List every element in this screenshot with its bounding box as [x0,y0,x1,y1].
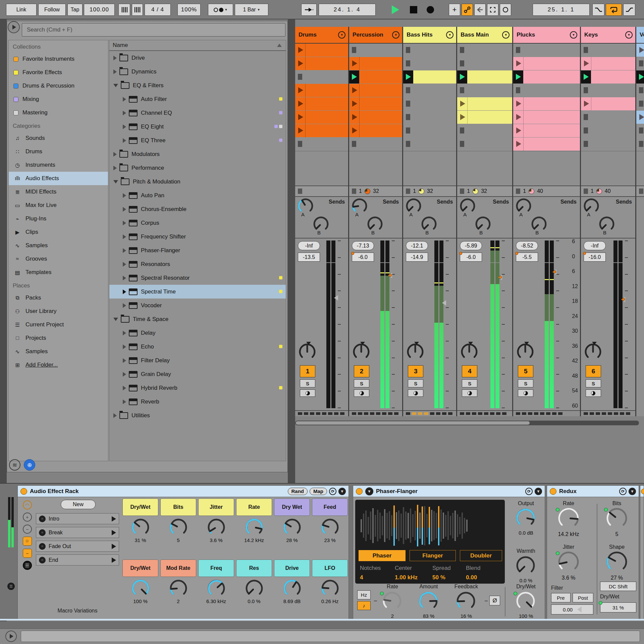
fader-handle[interactable] [331,295,338,301]
rate-knob[interactable] [557,507,580,531]
tree-item-resonators[interactable]: Resonators [109,257,286,271]
clip-play-icon[interactable] [352,114,357,120]
clip-slot[interactable] [513,57,580,70]
variation-camera-icon[interactable]: ⌾ [23,537,32,546]
sidebar-item-instruments[interactable]: ◷Instruments [9,158,108,172]
param-spread-value[interactable]: 50 % [432,574,445,581]
send-a-knob[interactable] [297,198,314,216]
tree-item-eq-eight[interactable]: EQ Eight [109,120,286,133]
volume-field[interactable]: -16.0 [584,253,606,262]
clip-slot[interactable] [295,44,348,57]
sidebar-item-max-for-live[interactable]: ▭Max for Live [9,199,108,212]
tree-item-delay[interactable]: Delay [109,326,286,340]
phase-invert-button[interactable]: Ø [489,596,500,605]
browser-session-divider[interactable] [288,19,295,483]
stop-button[interactable] [410,6,417,13]
clip-playing-icon[interactable] [584,74,589,80]
tree-item-auto-filter[interactable]: Auto Filter [109,92,286,106]
clip-stop-icon[interactable] [584,141,588,147]
track-header[interactable]: Percussion▼ [349,27,402,44]
search-input[interactable] [22,23,285,37]
clip-stop-icon[interactable] [460,47,464,53]
tree-item-drive[interactable]: Drive [109,51,286,65]
collapse-arrow-icon[interactable] [113,180,118,183]
macro-knob[interactable] [312,579,348,598]
clip-slot[interactable] [513,97,580,110]
track-record-button[interactable] [462,389,477,397]
chain-variation-icon[interactable]: ⌾ [39,543,46,550]
device-activator-led[interactable] [356,488,363,495]
clip-stop-icon[interactable] [584,87,588,93]
follow-button[interactable]: Follow [38,4,66,16]
expand-arrow-icon[interactable] [123,248,126,253]
macro-knob[interactable] [160,518,196,537]
clip-stop-icon[interactable] [460,87,464,93]
filter-pre-button[interactable]: Pre [551,593,571,602]
peak-level-display[interactable]: -Inf [584,241,606,250]
clip-slot[interactable] [403,97,456,110]
tree-item-phaser-flanger[interactable]: Phaser-Flanger [109,244,286,257]
tree-item-spectral-resonator[interactable]: Spectral Resonator [109,271,286,285]
nudge-up-button[interactable] [132,4,143,16]
tree-item-hybrid-reverb[interactable]: Hybrid Reverb [109,381,286,395]
chain-row-fade-out[interactable]: ⌾Fade Out [36,541,119,552]
track-header[interactable]: Bass Main▼ [457,27,512,44]
chain-variation-icon[interactable]: ⌾ [39,557,46,564]
clip-slot[interactable] [295,57,348,70]
clip-play-icon[interactable] [516,60,521,66]
clip-slot[interactable] [349,70,402,84]
clip-play-icon[interactable] [298,127,303,133]
expand-arrow-icon[interactable] [113,152,117,157]
clip-stop-icon[interactable] [352,141,356,147]
clip-play-icon[interactable] [298,114,303,120]
clip-play-icon[interactable] [516,141,521,147]
track-number-button[interactable]: 5 [518,365,533,377]
track-number-button[interactable]: 3 [408,365,423,377]
track-number-button[interactable]: 1 [300,365,315,377]
device-title-bar[interactable]: ▼ Phaser-Flanger ⟳ ▼ [353,485,545,497]
expand-arrow-icon[interactable] [113,56,117,60]
session-record-link-button[interactable] [462,4,473,16]
macro-knob[interactable] [122,518,158,537]
send-a-knob[interactable] [515,198,532,216]
track-number-button[interactable]: 2 [354,365,369,377]
clip-play-icon[interactable] [298,47,303,53]
empty-scene-area[interactable] [403,151,456,185]
clip-play-icon[interactable] [639,114,644,120]
track-record-button[interactable] [300,389,315,397]
clip-play-icon[interactable] [460,114,465,120]
device-list-icon[interactable]: ☰ [7,583,15,590]
clip-stop-icon[interactable] [584,47,588,53]
send-b-knob[interactable] [598,216,615,234]
solo-button[interactable]: S [354,379,369,387]
send-b-knob[interactable] [367,216,383,234]
dry-wet-field[interactable]: 31 % [600,602,636,612]
dry-wet-knob[interactable] [516,591,536,612]
hot-swap-icon[interactable]: ⟳ [619,488,627,495]
solo-button[interactable]: S [518,379,533,387]
expand-arrow-icon[interactable] [123,124,126,129]
clip-stop-icon[interactable] [516,87,520,93]
chain-row-break[interactable]: ⌾Break [36,527,119,538]
online-globe-icon[interactable]: ⊕ [24,459,35,471]
macro-knob[interactable] [198,518,234,537]
tree-item-auto-pan[interactable]: Auto Pan [109,189,286,202]
dc-shift-button[interactable]: DC Shift [600,582,636,591]
pan-knob[interactable] [299,343,316,362]
clip-slot[interactable] [513,111,580,124]
clip-slot[interactable] [457,97,512,110]
track-dropdown-icon[interactable]: ▼ [392,31,399,39]
solo-button[interactable]: S [300,379,315,387]
clip-slot[interactable] [513,70,580,84]
clip-slot[interactable] [581,138,635,151]
tab-doubler[interactable]: Doubler [460,550,502,561]
expand-arrow-icon[interactable] [123,138,126,143]
clip-play-icon[interactable] [298,60,303,66]
clip-slot[interactable] [349,138,402,151]
clip-playing-icon[interactable] [516,74,521,80]
track-record-button[interactable] [408,389,423,397]
expand-arrow-icon[interactable] [123,344,126,349]
clip-slot[interactable] [295,124,348,137]
sidebar-item-mixing[interactable]: Mixing [9,93,108,106]
solo-button[interactable]: S [586,379,601,387]
